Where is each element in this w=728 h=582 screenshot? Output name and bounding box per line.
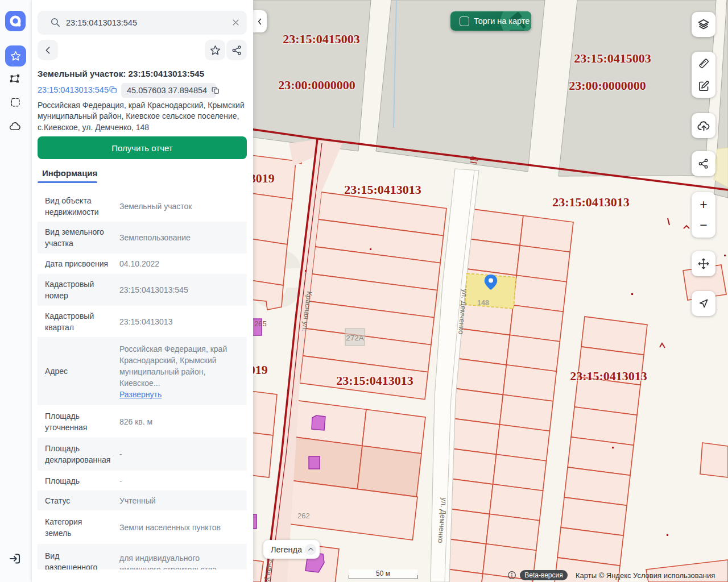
svg-text:23:15:0415003: 23:15:0415003 (574, 51, 651, 65)
svg-text:23:15:0413013: 23:15:0413013 (552, 195, 630, 209)
svg-text:265: 265 (254, 319, 267, 328)
svg-text:148: 148 (477, 299, 489, 307)
svg-text:23:15:0413013: 23:15:0413013 (336, 373, 413, 388)
svg-text:23:15:0413013: 23:15:0413013 (344, 182, 421, 197)
svg-text:23:00:0000000: 23:00:0000000 (569, 78, 646, 93)
svg-text:262: 262 (297, 512, 310, 520)
svg-text:272А: 272А (346, 334, 364, 342)
svg-text:23:15:0415003: 23:15:0415003 (283, 32, 360, 46)
svg-text:23:00:0000000: 23:00:0000000 (278, 78, 355, 92)
svg-text:23:15:0413013: 23:15:0413013 (570, 369, 647, 383)
